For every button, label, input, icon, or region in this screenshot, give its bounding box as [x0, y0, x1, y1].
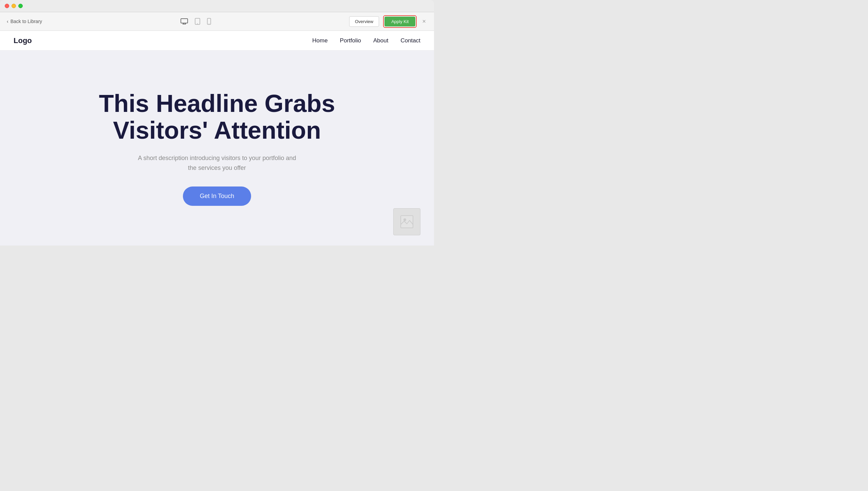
close-traffic-light[interactable] [5, 4, 9, 8]
back-to-library-link[interactable]: ‹ Back to Library [7, 19, 42, 24]
apply-kit-button[interactable]: Apply Kit [384, 17, 415, 26]
toolbar-left: ‹ Back to Library [7, 19, 42, 24]
toolbar: ‹ Back to Library [0, 12, 434, 31]
main-content: Logo Home Portfolio About Contact This H… [0, 31, 434, 246]
window-chrome [0, 0, 434, 12]
apply-kit-wrapper: Apply Kit [383, 15, 417, 28]
desktop-view-button[interactable] [181, 18, 188, 24]
back-arrow-icon: ‹ [7, 19, 8, 24]
nav-item-portfolio[interactable]: Portfolio [340, 37, 361, 44]
site-navbar: Logo Home Portfolio About Contact [0, 31, 434, 51]
cta-button[interactable]: Get In Touch [183, 186, 251, 206]
mobile-view-button[interactable] [207, 18, 211, 25]
back-to-library-label: Back to Library [11, 19, 42, 24]
svg-point-9 [403, 218, 406, 221]
placeholder-image [393, 208, 420, 235]
svg-point-7 [209, 23, 209, 24]
site-nav: Home Portfolio About Contact [312, 37, 420, 44]
toolbar-right: Overview Apply Kit × [349, 15, 427, 28]
tablet-view-button[interactable] [195, 18, 200, 25]
svg-point-5 [197, 23, 198, 24]
overview-button[interactable]: Overview [349, 16, 379, 27]
nav-item-contact[interactable]: Contact [400, 37, 420, 44]
hero-section: This Headline Grabs Visitors' Attention … [0, 51, 434, 246]
fullscreen-traffic-light[interactable] [18, 4, 23, 8]
nav-item-about[interactable]: About [373, 37, 388, 44]
site-logo: Logo [14, 36, 32, 45]
hero-headline: This Headline Grabs Visitors' Attention [81, 90, 353, 144]
minimize-traffic-light[interactable] [12, 4, 16, 8]
placeholder-image-icon [400, 215, 414, 229]
traffic-lights [5, 4, 23, 8]
hero-description: A short description introducing visitors… [136, 153, 299, 173]
close-button[interactable]: × [421, 17, 427, 26]
device-switcher [181, 18, 211, 25]
svg-rect-0 [181, 19, 188, 23]
nav-item-home[interactable]: Home [312, 37, 327, 44]
